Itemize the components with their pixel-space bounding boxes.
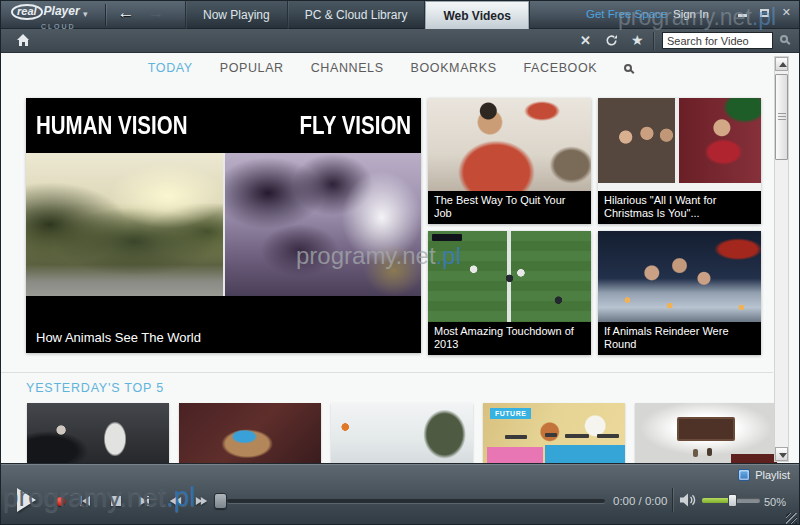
nav-search-icon[interactable]: [624, 64, 632, 72]
top5-thumbnail-2[interactable]: [179, 403, 321, 463]
featured-thumbnail-overlay: HUMAN VISION FLY VISION: [26, 98, 421, 153]
back-arrow-icon[interactable]: ←: [113, 3, 139, 23]
video-card[interactable]: The Best Way To Quit Your Job: [428, 98, 591, 224]
vertical-scrollbar[interactable]: [774, 56, 789, 462]
yesterdays-top5-heading: YESTERDAY'S TOP 5: [26, 381, 164, 395]
featured-thumbnail: [26, 153, 421, 296]
stop-button[interactable]: [111, 496, 121, 506]
stop-loading-icon[interactable]: ✕: [580, 33, 591, 48]
nav-facebook[interactable]: FACEBOOK: [524, 61, 598, 75]
playlist-button[interactable]: Playlist: [738, 469, 790, 481]
main-tabstrip: Now Playing PC & Cloud Library Web Video…: [185, 1, 530, 29]
section-divider: [1, 372, 773, 373]
video-card[interactable]: If Animals Reindeer Were Round: [598, 231, 761, 355]
seek-handle[interactable]: [214, 493, 227, 509]
top5-thumbnail-1[interactable]: [27, 403, 169, 463]
realplayer-logo: realPlayer CLOUD: [11, 4, 80, 32]
top5-thumbnail-4[interactable]: FUTURE: [483, 403, 625, 463]
human-vision-image: [26, 153, 223, 296]
nav-channels[interactable]: CHANNELS: [311, 61, 384, 75]
realplayer-window: realPlayer CLOUD ▾ ← → Now Playing PC & …: [0, 0, 800, 525]
titlebar-divider: [105, 4, 106, 26]
playlist-label: Playlist: [755, 469, 790, 481]
playlist-icon: [738, 469, 750, 481]
future-label: FUTURE: [490, 408, 531, 419]
volume-percent: 50%: [764, 496, 786, 508]
home-icon[interactable]: [17, 34, 30, 46]
record-button[interactable]: [56, 497, 65, 506]
time-display: 0:00 / 0:00: [613, 495, 667, 507]
video-title: The Best Way To Quit Your Job: [428, 191, 591, 224]
nav-popular[interactable]: POPULAR: [220, 61, 284, 75]
search-icon[interactable]: [780, 35, 788, 43]
scroll-up-button[interactable]: [775, 57, 788, 71]
video-title: Most Amazing Touchdown of 2013: [428, 322, 591, 355]
rewind-button[interactable]: [169, 496, 182, 506]
browser-toolbar: ✕ ★: [1, 29, 799, 53]
previous-button[interactable]: [80, 496, 90, 506]
nav-bookmarks[interactable]: BOOKMARKS: [411, 61, 497, 75]
scroll-down-button[interactable]: [775, 447, 788, 461]
video-thumbnail: [598, 231, 761, 322]
category-nav: TODAY POPULAR CHANNELS BOOKMARKS FACEBOO…: [1, 53, 779, 83]
fast-forward-button[interactable]: [195, 496, 208, 506]
logo-dropdown-chevron-icon[interactable]: ▾: [83, 9, 88, 19]
tab-web-videos[interactable]: Web Videos: [425, 1, 529, 29]
tab-pc-cloud-library[interactable]: PC & Cloud Library: [288, 1, 426, 29]
seek-slider[interactable]: [227, 499, 605, 503]
title-bar: realPlayer CLOUD ▾ ← → Now Playing PC & …: [1, 1, 799, 29]
featured-video-card[interactable]: HUMAN VISION FLY VISION How Animals See …: [26, 98, 421, 353]
search-input[interactable]: [662, 32, 773, 49]
video-thumbnail: [428, 98, 591, 191]
top5-thumbnail-3[interactable]: [331, 403, 473, 463]
logo-player: Player: [44, 4, 80, 18]
fly-vision-image: [225, 153, 421, 296]
video-card[interactable]: Most Amazing Touchdown of 2013: [428, 231, 591, 355]
close-button[interactable]: ✕: [782, 7, 791, 18]
player-bar: Playlist 0:00 / 0:00 50%: [1, 463, 799, 525]
next-button[interactable]: [139, 496, 149, 506]
speaker-icon[interactable]: [680, 493, 697, 511]
video-title: If Animals Reindeer Were Round: [598, 322, 761, 355]
tab-now-playing[interactable]: Now Playing: [186, 1, 288, 29]
resize-grip[interactable]: [786, 513, 797, 524]
volume-handle[interactable]: [728, 494, 737, 507]
minimize-button[interactable]: [738, 14, 747, 17]
logo-real: real: [11, 4, 43, 20]
web-videos-content: TODAY POPULAR CHANNELS BOOKMARKS FACEBOO…: [1, 53, 799, 463]
player-divider: [672, 488, 673, 512]
video-thumbnail: [428, 231, 591, 322]
video-thumbnail: [598, 98, 761, 191]
get-free-space-link[interactable]: Get Free Space: [586, 8, 667, 20]
scrollbar-thumb[interactable]: [775, 74, 788, 160]
nav-today[interactable]: TODAY: [148, 61, 193, 75]
sign-in-link[interactable]: Sign In: [673, 8, 709, 20]
bookmark-star-icon[interactable]: ★: [631, 32, 644, 48]
maximize-button[interactable]: [760, 9, 769, 17]
featured-video-title: How Animals See The World: [26, 296, 421, 353]
top5-thumbnail-5[interactable]: [635, 403, 777, 463]
window-controls: ✕: [738, 7, 791, 18]
play-button[interactable]: [17, 488, 36, 512]
overlay-human-vision: HUMAN VISION: [36, 111, 187, 140]
refresh-icon[interactable]: [605, 34, 618, 50]
overlay-fly-vision: FLY VISION: [299, 111, 411, 140]
video-title: Hilarious "All I Want for Christmas Is Y…: [598, 191, 761, 224]
video-card[interactable]: Hilarious "All I Want for Christmas Is Y…: [598, 98, 761, 224]
toolbar-divider: [653, 32, 654, 50]
forward-arrow-icon: →: [143, 3, 169, 23]
